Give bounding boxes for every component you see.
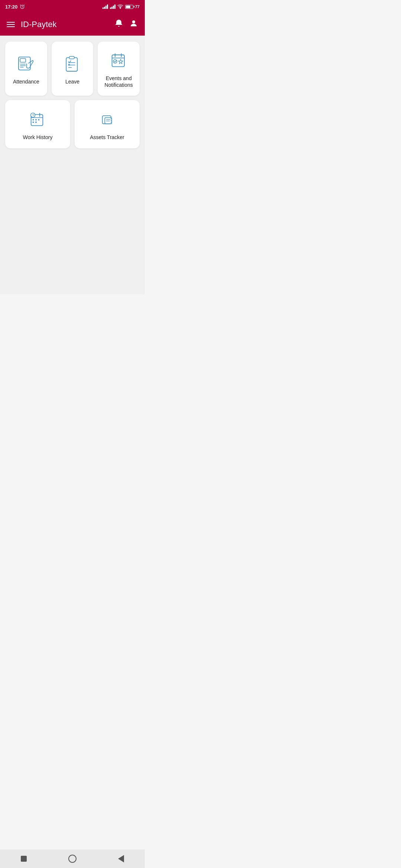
svg-rect-29 [35,122,36,123]
events-card[interactable]: Events and Notifications [98,42,140,96]
attendance-card[interactable]: Attendance [5,42,47,96]
svg-rect-25 [32,119,33,120]
signal1-icon [102,4,108,9]
grid-row-2: Work History Assets Tracker [5,100,140,148]
status-bar: 17:20 [0,0,145,13]
svg-rect-27 [38,119,39,120]
leave-label: Leave [65,78,79,85]
person-icon [129,19,138,28]
work-history-icon [28,109,48,129]
attendance-label: Attendance [13,78,39,85]
svg-point-2 [132,20,135,23]
svg-rect-4 [20,59,26,62]
svg-rect-28 [32,122,33,123]
work-history-label: Work History [23,134,53,141]
alarm-icon [20,4,25,9]
battery-icon [125,5,133,9]
profile-button[interactable] [129,19,138,30]
status-bar-right: 77 [102,4,140,9]
main-content: Attendance Lea [0,36,145,295]
svg-rect-26 [35,119,36,120]
assets-tracker-label: Assets Tracker [90,134,124,141]
battery-level: 77 [135,4,140,9]
wifi-icon [117,4,123,9]
events-icon [109,50,129,70]
app-bar: ID-Paytek [0,13,145,36]
svg-point-1 [120,8,121,9]
work-history-card[interactable]: Work History [5,100,70,148]
grid-row-1: Attendance Lea [5,42,140,96]
svg-rect-34 [105,118,111,124]
assets-tracker-card[interactable]: Assets Tracker [75,100,140,148]
svg-rect-8 [66,57,77,71]
notification-button[interactable] [114,19,123,30]
leave-icon [62,54,82,74]
menu-button[interactable] [7,22,15,27]
app-bar-actions [114,19,138,30]
time-display: 17:20 [5,4,17,10]
svg-point-19 [113,60,117,63]
leave-card[interactable]: Leave [52,42,94,96]
signal2-icon [110,4,115,9]
bell-icon [114,19,123,28]
app-title: ID-Paytek [21,20,108,29]
events-label: Events and Notifications [102,75,135,88]
svg-marker-20 [118,59,123,64]
svg-rect-9 [69,56,74,59]
assets-tracker-icon [97,109,117,129]
status-bar-left: 17:20 [5,4,25,10]
attendance-icon [16,54,36,74]
